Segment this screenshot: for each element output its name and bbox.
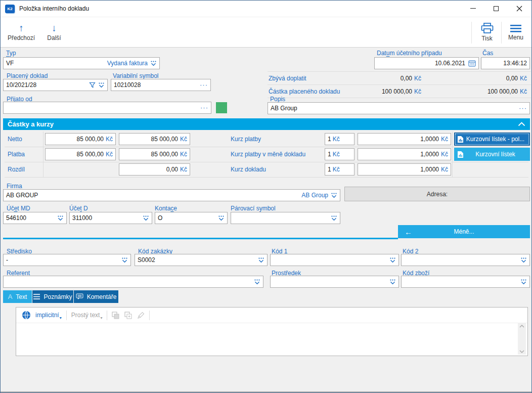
dropdown-icon[interactable] [331, 215, 337, 222]
placeny-doklad-field[interactable]: 10/2021/28 [3, 79, 108, 91]
chevron-up-icon[interactable] [518, 122, 525, 126]
minimize-icon [470, 8, 476, 9]
previous-button[interactable]: ↑ Předchozí [5, 19, 38, 46]
datum-label: Datum účetního případu [377, 50, 442, 57]
kod-2-field[interactable] [401, 254, 530, 266]
globe-icon[interactable] [22, 311, 31, 320]
kontace-field[interactable]: O [155, 212, 228, 224]
kod-zbozi-field[interactable] [401, 276, 530, 288]
calendar-icon[interactable] [468, 60, 476, 67]
maximize-button[interactable] [484, 1, 508, 16]
status-indicator [216, 102, 227, 113]
toolbar-separator [66, 311, 67, 320]
next-label: Další [47, 34, 61, 41]
kod-1-field[interactable] [270, 254, 399, 266]
kurz-platby-field-2[interactable]: 1,0000Kč [358, 133, 451, 145]
print-button[interactable]: Tisk [474, 19, 500, 46]
platba-field-1[interactable]: 85 000,00Kč [45, 148, 116, 160]
adresa-box[interactable]: Adresa: [344, 187, 530, 201]
dropdown-icon[interactable] [254, 279, 260, 285]
typ-label: Typ [6, 50, 16, 57]
tab-poznamky[interactable]: Poznámky [32, 290, 73, 303]
window-bottom-border [1, 391, 531, 392]
kurz-dokladu-field-2[interactable]: 1,0000Kč [358, 163, 451, 176]
mene-button[interactable]: ← Méně... [398, 225, 530, 238]
ucet-d-label: Účet D [69, 205, 88, 212]
arrow-up-icon: ↑ [19, 23, 24, 33]
tab-label: Poznámky [43, 293, 72, 300]
kurz-platby-v-mene-field-2[interactable]: 1,0000Kč [358, 148, 451, 160]
datum-field[interactable]: 10.06.2021 [374, 57, 479, 69]
hamburger-menu-icon [510, 24, 522, 33]
vertical-scrollbar[interactable] [518, 323, 526, 355]
printer-icon [481, 23, 494, 34]
typ-field[interactable]: VF Vydaná faktura [3, 57, 160, 69]
ucet-md-field[interactable]: 546100 [3, 212, 67, 224]
paste-plus-icon[interactable] [124, 312, 132, 319]
more-icon[interactable]: ··· [200, 82, 208, 88]
tab-label: Komentáře [87, 293, 117, 300]
dropdown-icon[interactable] [143, 215, 149, 222]
ucet-d-field[interactable]: 311000 [69, 212, 152, 224]
cas-field[interactable]: 13:46:12 [481, 57, 530, 69]
kurzovni-listek-polozky-button[interactable]: Kurzovní lístek - pol... [454, 133, 530, 146]
kod-zakazky-field[interactable]: S0002 [135, 254, 268, 266]
dropdown-icon[interactable] [121, 257, 128, 264]
kurzovni-listek-button[interactable]: Kurzovní lístek [454, 148, 530, 161]
close-button[interactable] [508, 1, 531, 16]
scroll-up-icon[interactable] [519, 325, 524, 328]
prijato-od-field[interactable]: ··· [3, 102, 211, 114]
kurz-platby-v-mene-field-1[interactable]: 1Kč [325, 148, 354, 160]
scroll-down-icon[interactable] [519, 350, 524, 353]
text-mode-selector[interactable]: Prostý text▾ [71, 312, 103, 319]
dropdown-icon[interactable] [150, 60, 157, 67]
filter-icon[interactable] [89, 82, 96, 89]
zbyva-doplatit-value-2: 0,00Kč [426, 73, 527, 84]
cas-value: 13:46:12 [503, 60, 527, 67]
language-selector[interactable]: implicitní▾ [35, 312, 62, 319]
kurz-platby-field-1[interactable]: 1Kč [325, 133, 354, 145]
tab-komentare[interactable]: Komentáře [74, 290, 118, 303]
menu-button[interactable]: Menu [503, 19, 529, 46]
dropdown-icon[interactable] [520, 257, 527, 264]
variabilni-symbol-field[interactable]: 10210028 ··· [111, 79, 211, 91]
popis-value: AB Group [271, 105, 297, 112]
next-button[interactable]: ↓ Další [41, 19, 67, 46]
ucet-md-value: 546100 [6, 214, 26, 222]
prostredek-field[interactable] [270, 276, 399, 288]
arrow-left-icon: ← [405, 228, 412, 236]
firma-field[interactable]: AB GROUP AB Group [3, 189, 340, 201]
parovaci-symbol-field[interactable] [231, 212, 340, 224]
stredisko-field[interactable]: - [3, 254, 131, 266]
popis-field[interactable]: AB Group ··· [268, 102, 530, 114]
more-icon[interactable]: ··· [200, 105, 208, 110]
kurz-dokladu-field-1[interactable]: 1Kč [325, 163, 354, 176]
dropdown-icon[interactable] [98, 82, 105, 89]
netto-field-1[interactable]: 85 000,00Kč [45, 133, 116, 145]
dropdown-icon[interactable] [57, 215, 64, 222]
caret-down-icon: ▾ [60, 316, 62, 320]
dropdown-icon[interactable] [389, 279, 396, 285]
copy-icon[interactable] [112, 312, 120, 319]
pencil-icon[interactable] [137, 312, 145, 319]
dropdown-icon[interactable] [218, 215, 225, 222]
dropdown-icon[interactable] [520, 279, 527, 285]
dropdown-icon[interactable] [389, 257, 396, 264]
placeny-doklad-label: Placený doklad [7, 72, 48, 79]
tab-text[interactable]: A Text [3, 290, 32, 303]
firma-label: Firma [7, 183, 22, 190]
minimize-button[interactable] [461, 1, 484, 16]
section-title: Částky a kurzy [8, 120, 54, 128]
dropdown-icon[interactable] [331, 192, 337, 199]
dropdown-icon[interactable] [258, 257, 264, 264]
text-editing-area[interactable] [16, 323, 527, 356]
close-icon [516, 6, 522, 12]
section-header-castky-a-kurzy[interactable]: Částky a kurzy [3, 118, 530, 130]
netto-field-2[interactable]: 85 000,00Kč [119, 133, 190, 145]
referent-field[interactable] [3, 276, 263, 288]
ucet-md-label: Účet MD [7, 205, 30, 212]
platba-field-2[interactable]: 85 000,00Kč [119, 148, 190, 160]
divider [268, 71, 531, 72]
rozdil-field-2[interactable]: 0,00Kč [119, 163, 190, 176]
more-icon[interactable]: ··· [519, 106, 527, 111]
